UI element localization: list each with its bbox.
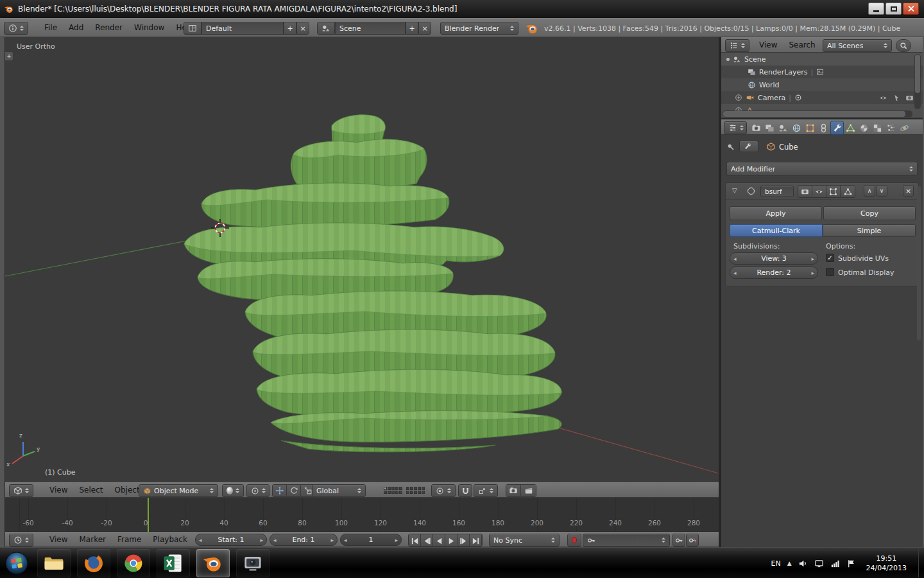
viewport-shading-dropdown[interactable]	[222, 484, 244, 497]
pin-icon[interactable]	[726, 143, 735, 152]
tab-modifiers[interactable]	[830, 121, 844, 135]
scene-name-field[interactable]: Scene	[335, 22, 406, 35]
snap-toggle-button[interactable]	[458, 484, 472, 497]
menu-playback[interactable]: Playback	[147, 532, 193, 547]
tab-render[interactable]	[749, 121, 763, 135]
modifier-delete-button[interactable]: ×	[903, 185, 914, 197]
delete-keyframe-button[interactable]	[686, 534, 699, 547]
network-icon[interactable]	[830, 559, 840, 568]
timeline[interactable]: -60 -40 -20 0 20 40 60 80 100 120 140 16…	[5, 498, 719, 532]
vertical-scrollbar[interactable]	[917, 186, 921, 340]
manipulator-rotate-button[interactable]	[287, 485, 301, 496]
layers-group-2[interactable]	[406, 487, 425, 494]
copy-button[interactable]: Copy	[823, 206, 916, 220]
tray-expand-icon[interactable]: ▲	[787, 560, 792, 566]
scene-delete-button[interactable]: ×	[418, 22, 431, 35]
render-visibility-icon[interactable]	[798, 186, 812, 197]
tab-scene[interactable]	[776, 121, 790, 135]
taskbar-item-firefox[interactable]	[77, 549, 110, 577]
editor-type-button-timeline[interactable]	[9, 534, 33, 547]
outliner-row-world[interactable]: World	[721, 78, 923, 91]
outliner-row-camera[interactable]: Camera |	[721, 91, 923, 104]
menu-render[interactable]: Render	[89, 19, 128, 37]
outliner-search-button[interactable]	[896, 39, 911, 52]
menu-view[interactable]: View	[753, 38, 783, 52]
checkbox-optimal-display[interactable]	[826, 268, 834, 276]
breadcrumb-object-name[interactable]: Cube	[779, 143, 798, 152]
modifier-name-field[interactable]: bsurf	[760, 186, 794, 197]
window-titlebar[interactable]: Blender* [C:\Users\lluis\Desktop\BLENDER…	[0, 0, 924, 18]
editmode-display-icon[interactable]	[826, 186, 841, 197]
menu-file[interactable]: File	[38, 19, 63, 37]
viewport-canvas[interactable]	[5, 37, 719, 482]
mode-dropdown[interactable]: Object Mode	[139, 484, 218, 497]
menu-view[interactable]: View	[44, 483, 73, 497]
taskbar-item-explorer[interactable]	[37, 549, 71, 577]
menu-view[interactable]: View	[44, 532, 73, 547]
outliner-item-label[interactable]: Scene	[744, 55, 766, 64]
jump-to-end-button[interactable]	[470, 534, 482, 547]
selectable-cursor-icon[interactable]	[893, 94, 900, 102]
render-engine-dropdown[interactable]: Blender Render	[440, 22, 518, 35]
menu-window[interactable]: Window	[128, 19, 170, 37]
visibility-eye-icon[interactable]	[879, 94, 887, 102]
start-button[interactable]	[4, 550, 30, 576]
render-subdivisions-slider[interactable]: ◂Render: 2▸	[730, 267, 818, 279]
tab-object[interactable]	[803, 121, 817, 135]
jump-to-start-button[interactable]	[409, 534, 421, 547]
region-expand-button[interactable]: +	[5, 51, 13, 61]
scene-add-button[interactable]: +	[406, 22, 418, 35]
panel-collapse-icon[interactable]: ▽	[732, 187, 737, 194]
maximize-button[interactable]	[886, 3, 902, 15]
close-button[interactable]	[903, 3, 919, 15]
scene-browse-button[interactable]	[317, 22, 335, 35]
outliner-item-label[interactable]: RenderLayers	[759, 68, 808, 76]
expand-plus-icon[interactable]	[735, 94, 742, 101]
apply-button[interactable]: Apply	[730, 206, 822, 220]
tab-render-layers[interactable]	[763, 121, 776, 135]
outliner-filter-dropdown[interactable]: All Scenes	[823, 39, 892, 52]
scrollbar-thumb[interactable]	[915, 55, 920, 93]
menu-select[interactable]: Select	[73, 483, 108, 497]
screen-layout-browse-button[interactable]	[184, 22, 201, 35]
record-button[interactable]	[567, 534, 581, 547]
editor-type-button-3dview[interactable]	[9, 484, 33, 497]
taskbar-item-capture-tool[interactable]	[236, 549, 270, 577]
current-frame-marker[interactable]	[148, 498, 149, 532]
tab-object-data[interactable]	[844, 121, 857, 135]
manipulator-translate-button[interactable]	[273, 485, 287, 496]
screen-layout-add-button[interactable]: +	[284, 22, 296, 35]
add-modifier-dropdown[interactable]: Add Modifier	[726, 162, 918, 176]
action-center-flag-icon[interactable]	[846, 559, 856, 568]
transform-orientation-dropdown[interactable]: Global	[312, 484, 366, 497]
play-reverse-button[interactable]	[433, 534, 445, 547]
outliner-row-scene[interactable]: Scene	[721, 53, 923, 66]
menu-marker[interactable]: Marker	[73, 532, 111, 547]
layers-widget[interactable]	[384, 487, 425, 494]
subdivision-type-simple[interactable]: Simple	[823, 224, 916, 237]
renderable-camera-icon[interactable]	[905, 94, 914, 102]
next-keyframe-button[interactable]	[458, 534, 470, 547]
current-frame-field[interactable]: ◂1▸	[340, 534, 402, 546]
tab-physics[interactable]	[898, 121, 911, 135]
volume-icon[interactable]	[798, 559, 808, 568]
context-browse-button[interactable]	[739, 141, 758, 152]
show-desktop-divider[interactable]	[918, 549, 919, 577]
outliner-row-renderlayers[interactable]: RenderLayers |	[721, 66, 923, 78]
opengl-render-image-button[interactable]	[506, 485, 521, 496]
cage-display-icon[interactable]	[841, 186, 855, 197]
editor-type-button-outliner[interactable]	[725, 39, 749, 52]
taskbar-item-chrome[interactable]	[117, 549, 150, 577]
taskbar-item-blender[interactable]	[196, 549, 230, 577]
tab-particles[interactable]	[884, 121, 898, 135]
subdivision-type-catmull-clark[interactable]: Catmull-Clark	[730, 224, 823, 237]
frame-end-field[interactable]: ◂End: 1▸	[270, 534, 338, 546]
previous-keyframe-button[interactable]	[421, 534, 433, 547]
model-rat-figure[interactable]	[184, 115, 561, 452]
modifier-move-up-button[interactable]: ∧	[864, 185, 875, 197]
minimize-button[interactable]	[868, 3, 884, 15]
opengl-render-anim-button[interactable]	[521, 485, 536, 496]
pivot-point-dropdown[interactable]	[246, 484, 270, 497]
layers-group-1[interactable]	[384, 487, 402, 494]
view-subdivisions-slider[interactable]: ◂View: 3▸	[730, 252, 818, 265]
